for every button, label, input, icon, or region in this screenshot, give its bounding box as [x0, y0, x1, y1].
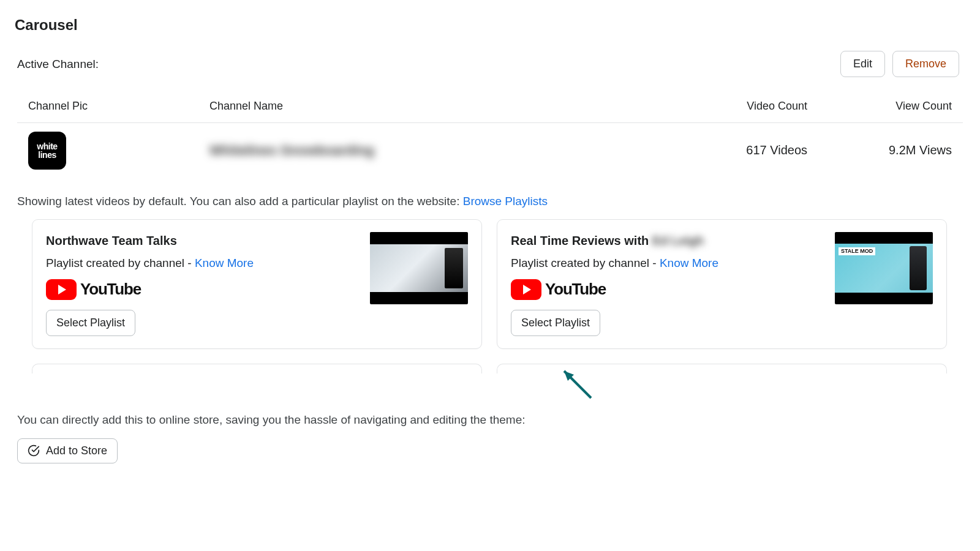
playlist-info-line: Showing latest videos by default. You ca…	[17, 193, 963, 210]
playlist-card: Real Time Reviews with Ed Leigh Playlist…	[497, 219, 947, 348]
th-video-count: Video Count	[685, 98, 807, 114]
page-title: Carousel	[15, 15, 965, 36]
youtube-play-icon	[46, 279, 77, 300]
channel-avatar-text: whitelines	[37, 142, 57, 159]
remove-button[interactable]: Remove	[892, 51, 959, 77]
youtube-logo: YouTube	[46, 278, 358, 301]
playlist-card-peek	[32, 364, 482, 373]
th-view-count: View Count	[817, 98, 952, 114]
active-channel-header: Active Channel: Edit Remove	[15, 51, 965, 77]
know-more-link[interactable]: Know More	[195, 257, 254, 269]
active-channel-label: Active Channel:	[17, 56, 99, 73]
playlist-title: Northwave Team Talks	[46, 232, 358, 250]
playlist-subtitle: Playlist created by channel - Know More	[511, 255, 823, 272]
youtube-wordmark: YouTube	[80, 278, 141, 301]
channel-table: Channel Pic Channel Name Video Count Vie…	[17, 89, 963, 178]
youtube-logo: YouTube	[511, 278, 823, 301]
check-circle-icon	[28, 444, 40, 457]
playlist-card: Northwave Team Talks Playlist created by…	[32, 219, 482, 348]
edit-button[interactable]: Edit	[840, 51, 885, 77]
video-count: 617 Videos	[685, 141, 807, 159]
channel-avatar: whitelines	[28, 132, 66, 170]
know-more-link[interactable]: Know More	[660, 257, 718, 269]
channel-name: Whitelines Snowboarding	[209, 141, 675, 160]
add-to-store-info: You can directly add this to online stor…	[17, 411, 963, 429]
add-to-store-button[interactable]: Add to Store	[17, 438, 118, 463]
playlist-thumbnail	[370, 232, 468, 304]
playlists-next-row-peek	[32, 364, 947, 373]
header-actions: Edit Remove	[840, 51, 959, 77]
th-channel-pic: Channel Pic	[28, 98, 200, 114]
table-row: whitelines Whitelines Snowboarding 617 V…	[17, 123, 963, 178]
playlists-grid: Northwave Team Talks Playlist created by…	[32, 219, 947, 348]
info-prefix: Showing latest videos by default. You ca…	[17, 195, 463, 208]
th-channel-name: Channel Name	[209, 98, 675, 114]
playlist-card-peek	[497, 364, 947, 373]
playlists-scroll-area[interactable]: Northwave Team Talks Playlist created by…	[32, 219, 951, 391]
select-playlist-button[interactable]: Select Playlist	[511, 310, 600, 336]
playlist-subtitle: Playlist created by channel - Know More	[46, 255, 358, 272]
youtube-play-icon	[511, 279, 541, 300]
view-count: 9.2M Views	[817, 141, 952, 159]
select-playlist-button[interactable]: Select Playlist	[46, 310, 135, 336]
thumbnail-badge: STALE MOD	[839, 247, 875, 255]
playlist-title: Real Time Reviews with Ed Leigh	[511, 232, 823, 250]
browse-playlists-link[interactable]: Browse Playlists	[463, 195, 548, 208]
playlist-thumbnail: STALE MOD	[835, 232, 933, 304]
add-to-store-label: Add to Store	[46, 444, 107, 457]
channel-table-header: Channel Pic Channel Name Video Count Vie…	[17, 89, 963, 123]
youtube-wordmark: YouTube	[545, 278, 606, 301]
channel-pic-cell: whitelines	[28, 132, 200, 170]
